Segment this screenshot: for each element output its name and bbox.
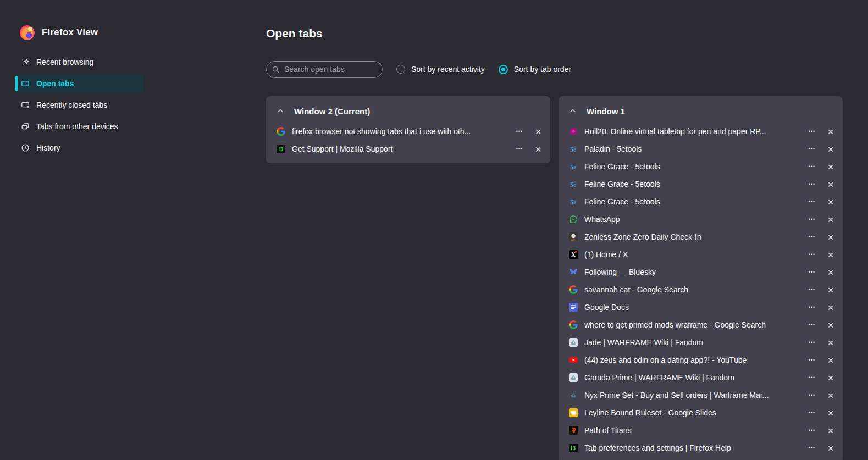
sidebar-item-label: Tabs from other devices [36, 122, 118, 131]
tab-row[interactable]: Get Support | Mozilla Support ••• × [266, 140, 550, 158]
tab-list: firefox browser not showing tabs that i … [266, 123, 550, 158]
close-tab-button[interactable]: × [823, 353, 838, 367]
close-tab-button[interactable]: × [823, 318, 838, 332]
window-header: Window 1 [559, 99, 843, 123]
5etools-favicon-icon: 5e [569, 162, 578, 171]
tab-options-button[interactable]: ••• [804, 423, 820, 437]
tab-title: savannah cat - Google Search [584, 285, 804, 294]
tab-options-button[interactable]: ••• [804, 406, 820, 420]
tab-options-button[interactable]: ••• [804, 124, 820, 138]
sidebar-item-label: Recently closed tabs [36, 101, 107, 109]
tab-row[interactable]: 5e Feline Grace - 5etools ••• × [559, 158, 843, 175]
close-tab-button[interactable]: × [823, 124, 838, 138]
tab-options-button[interactable]: ••• [804, 212, 820, 226]
sort-radio-sort-by-tab-order[interactable]: Sort by tab order [499, 65, 571, 74]
tab-row[interactable]: X (1) Home / X ••• × [559, 246, 843, 263]
window-title: Window 1 [587, 107, 625, 116]
window-title: Window 2 (Current) [294, 107, 370, 116]
tab-row[interactable]: Path of Titans ••• × [559, 422, 843, 439]
tab-row[interactable]: Nyx Prime Set - Buy and Sell orders | Wa… [559, 386, 843, 404]
search-input[interactable] [266, 61, 383, 78]
collapse-window-button[interactable] [566, 104, 579, 118]
tab-title: (44) zeus and odin on a dating app?! - Y… [584, 356, 804, 364]
sidebar-item-open-tabs[interactable]: Open tabs [15, 74, 144, 93]
radio-icon [396, 65, 405, 74]
tab-row[interactable]: WhatsApp ••• × [559, 210, 843, 228]
close-tab-button[interactable]: × [823, 142, 838, 156]
tab-title: where to get primed mods wraframe - Goog… [584, 320, 804, 329]
tab-row[interactable]: (44) zeus and odin on a dating app?! - Y… [559, 351, 843, 369]
tab-row[interactable]: Roll20: Online virtual tabletop for pen … [559, 123, 843, 140]
close-tab-button[interactable]: × [823, 195, 838, 209]
close-tab-button[interactable]: × [823, 282, 838, 297]
tab-title: WhatsApp [584, 215, 804, 224]
tab-row[interactable]: Following — Bluesky ••• × [559, 263, 843, 281]
tab-options-button[interactable]: ••• [804, 335, 820, 350]
tab-title: (1) Home / X [584, 250, 804, 259]
youtube-favicon-icon [569, 356, 578, 364]
close-tab-button[interactable]: × [823, 423, 838, 437]
tab-options-button[interactable]: ••• [512, 124, 527, 138]
close-tab-button[interactable]: × [823, 370, 838, 385]
close-tab-button[interactable]: × [823, 247, 838, 262]
bluesky-favicon-icon [569, 268, 578, 276]
sidebar-item-recent-browsing[interactable]: Recent browsing [15, 53, 144, 71]
tab-options-button[interactable]: ••• [804, 142, 820, 156]
tab-options-button[interactable]: ••• [804, 300, 820, 314]
tab-title: Leyline Bound Ruleset - Google Slides [584, 408, 804, 417]
close-tab-button[interactable]: × [823, 388, 838, 402]
close-tab-button[interactable]: × [823, 212, 838, 226]
close-tab-button[interactable]: × [823, 335, 838, 350]
sidebar-item-tabs-from-other-devices[interactable]: Tabs from other devices [15, 117, 144, 136]
close-tab-button[interactable]: × [823, 406, 838, 420]
close-tab-button[interactable]: × [823, 441, 838, 455]
tab-row[interactable]: savannah cat - Google Search ••• × [559, 281, 843, 298]
tab-row[interactable]: Garuda Prime | WARFRAME Wiki | Fandom ••… [559, 369, 843, 386]
svg-text:X: X [571, 251, 576, 258]
tab-options-button[interactable]: ••• [804, 441, 820, 455]
close-tab-button[interactable]: × [823, 159, 838, 174]
tab-row[interactable]: 5e Feline Grace - 5etools ••• × [559, 193, 843, 210]
tab-title: Nyx Prime Set - Buy and Sell orders | Wa… [584, 391, 804, 400]
tab-options-button[interactable]: ••• [804, 353, 820, 367]
open-tab-icon [21, 79, 30, 88]
sort-radio-sort-by-recent-activity[interactable]: Sort by recent activity [396, 65, 485, 74]
window-cards: Window 2 (Current) firefox browser not s… [266, 96, 852, 460]
tab-options-button[interactable]: ••• [804, 247, 820, 262]
tab-row[interactable]: where to get primed mods wraframe - Goog… [559, 316, 843, 334]
svg-text:5e: 5e [570, 163, 577, 171]
sidebar-item-history[interactable]: History [15, 138, 144, 157]
tab-options-button[interactable]: ••• [804, 370, 820, 385]
tab-row[interactable]: Zenless Zone Zero Daily Check-In ••• × [559, 228, 843, 246]
tab-options-button[interactable]: ••• [512, 142, 527, 156]
tab-options-button[interactable]: ••• [804, 177, 820, 191]
close-tab-button[interactable]: × [823, 230, 838, 244]
close-tab-button[interactable]: × [530, 142, 546, 156]
sidebar-item-recently-closed-tabs[interactable]: Recently closed tabs [15, 96, 144, 114]
close-tab-button[interactable]: × [823, 265, 838, 279]
tab-options-button[interactable]: ••• [804, 230, 820, 244]
tab-row[interactable]: Google Docs ••• × [559, 298, 843, 316]
main-content: Open tabs Sort by recent activity Sort b… [266, 26, 852, 460]
tab-options-button[interactable]: ••• [804, 388, 820, 402]
app-title: Firefox View [42, 27, 98, 38]
tab-options-button[interactable]: ••• [804, 195, 820, 209]
tab-title: Path of Titans [584, 426, 804, 435]
tab-row[interactable]: Leyline Bound Ruleset - Google Slides ••… [559, 404, 843, 422]
close-tab-button[interactable]: × [823, 177, 838, 191]
tab-options-button[interactable]: ••• [804, 282, 820, 297]
tab-row[interactable]: 5e Paladin - 5etools ••• × [559, 140, 843, 158]
5etools-favicon-icon: 5e [569, 145, 578, 153]
close-tab-button[interactable]: × [530, 124, 546, 138]
tab-options-button[interactable]: ••• [804, 159, 820, 174]
tab-row[interactable]: 5e Feline Grace - 5etools ••• × [559, 175, 843, 193]
tab-row[interactable]: Jade | WARFRAME Wiki | Fandom ••• × [559, 334, 843, 351]
collapse-window-button[interactable] [274, 104, 287, 118]
tab-options-button[interactable]: ••• [804, 318, 820, 332]
window-card-window-1: Window 1 Roll20: Online virtual tabletop… [559, 96, 843, 460]
tab-options-button[interactable]: ••• [804, 265, 820, 279]
close-tab-button[interactable]: × [823, 300, 838, 314]
page-title: Open tabs [266, 26, 852, 41]
tab-row[interactable]: firefox browser not showing tabs that i … [266, 123, 550, 140]
tab-row[interactable]: Tab preferences and settings | Firefox H… [559, 439, 843, 457]
